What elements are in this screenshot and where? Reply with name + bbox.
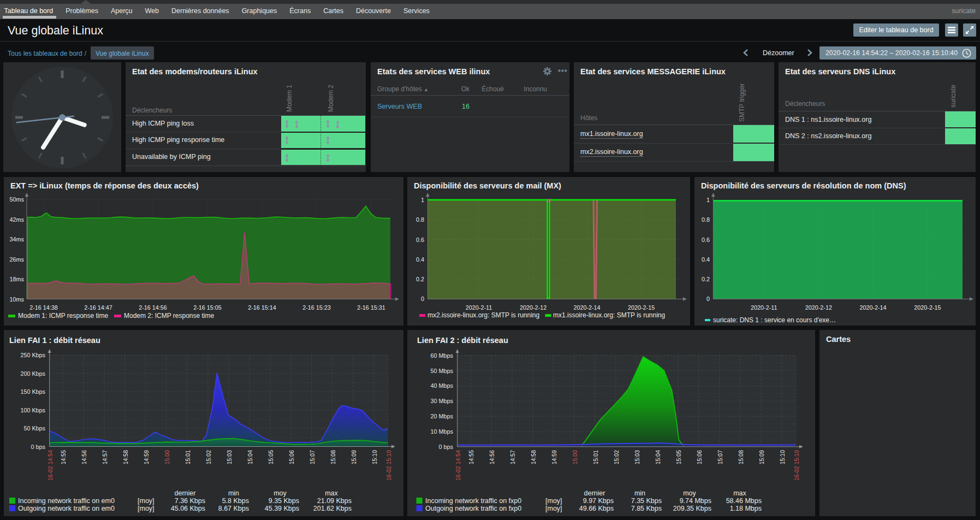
svg-text:42ms: 42ms	[10, 216, 25, 223]
svg-text:15:07: 15:07	[717, 450, 723, 464]
svg-text:0.4: 0.4	[416, 256, 424, 263]
svg-text:9.97 Kbps: 9.97 Kbps	[583, 497, 614, 505]
svg-text:16-02 15:10: 16-02 15:10	[793, 450, 800, 481]
svg-text:150 Kbps: 150 Kbps	[20, 388, 45, 395]
svg-text:15:03: 15:03	[634, 450, 640, 464]
svg-text:dernier: dernier	[175, 489, 196, 497]
svg-text:1.18 Mbps: 1.18 Mbps	[730, 505, 762, 512]
svg-text:10 Mbps: 10 Mbps	[431, 428, 454, 435]
svg-text:15:02: 15:02	[613, 450, 620, 464]
svg-text:15:01: 15:01	[185, 450, 191, 464]
svg-text:suricate: DNS 1 : service en c: suricate: DNS 1 : service en cours d'exe…	[713, 316, 836, 324]
svg-text:9.35 Kbps: 9.35 Kbps	[269, 497, 299, 505]
svg-text:58.46 Mbps: 58.46 Mbps	[726, 497, 762, 505]
svg-text:0 bps: 0 bps	[31, 444, 46, 450]
svg-text:16-02 14:54: 16-02 14:54	[47, 450, 54, 481]
svg-text:14:59: 14:59	[551, 450, 557, 464]
svg-text:14:56: 14:56	[81, 450, 87, 464]
svg-text:15:03: 15:03	[226, 450, 233, 464]
svg-text:0.6: 0.6	[416, 237, 424, 243]
svg-text:16-02 14:54: 16-02 14:54	[455, 450, 461, 481]
svg-text:2020-2-11: 2020-2-11	[466, 304, 492, 311]
svg-text:60 Mbps: 60 Mbps	[431, 352, 454, 359]
svg-text:Incoming network traffic on em: Incoming network traffic on em0	[18, 497, 115, 505]
svg-text:0.4: 0.4	[702, 256, 710, 263]
svg-text:15:04: 15:04	[655, 450, 661, 464]
svg-text:2020-2-11: 2020-2-11	[751, 304, 777, 311]
svg-text:15:06: 15:06	[696, 450, 703, 464]
svg-text:200 Kbps: 200 Kbps	[20, 370, 45, 377]
svg-text:15:08: 15:08	[330, 450, 336, 464]
svg-text:15:00: 15:00	[572, 450, 578, 464]
svg-text:14:58: 14:58	[122, 450, 129, 464]
svg-text:[moy]: [moy]	[138, 497, 155, 505]
svg-text:30 Mbps: 30 Mbps	[431, 398, 454, 404]
svg-text:0 bps: 0 bps	[439, 444, 454, 450]
svg-text:Lien FAI 1 : débit réseau: Lien FAI 1 : débit réseau	[9, 336, 100, 345]
svg-text:15:00: 15:00	[164, 450, 170, 464]
svg-text:2020-2-15: 2020-2-15	[628, 304, 655, 311]
svg-text:2-16 14:56: 2-16 14:56	[139, 304, 167, 311]
svg-text:7.85 Kbps: 7.85 Kbps	[631, 505, 662, 512]
svg-text:15:09: 15:09	[758, 450, 765, 464]
svg-text:26ms: 26ms	[10, 256, 25, 263]
svg-text:Lien FAI 2 : débit réseau: Lien FAI 2 : débit réseau	[417, 336, 508, 345]
svg-text:[moy]: [moy]	[545, 505, 562, 512]
svg-text:0.2: 0.2	[416, 276, 424, 282]
svg-text:100 Kbps: 100 Kbps	[20, 407, 45, 413]
svg-text:15:08: 15:08	[738, 450, 744, 464]
svg-text:2020-2-14: 2020-2-14	[573, 304, 600, 311]
svg-text:2-16 14:47: 2-16 14:47	[84, 304, 112, 311]
svg-text:50 Kbps: 50 Kbps	[23, 425, 45, 432]
svg-text:20 Mbps: 20 Mbps	[431, 413, 454, 419]
svg-text:201.62 Kbps: 201.62 Kbps	[313, 505, 352, 512]
svg-text:40 Mbps: 40 Mbps	[431, 382, 454, 389]
svg-text:[moy]: [moy]	[138, 505, 155, 512]
svg-text:2-16 15:14: 2-16 15:14	[248, 304, 276, 311]
svg-text:21.09 Kbps: 21.09 Kbps	[317, 497, 352, 505]
svg-text:2020-2-12: 2020-2-12	[520, 304, 547, 311]
svg-text:moy: moy	[274, 489, 287, 497]
svg-text:50 Mbps: 50 Mbps	[431, 368, 454, 374]
svg-text:14:57: 14:57	[102, 450, 108, 464]
svg-text:0: 0	[421, 296, 424, 302]
svg-text:15:05: 15:05	[268, 450, 274, 464]
svg-text:1: 1	[706, 197, 710, 203]
svg-text:Disponibilité des serveurs de: Disponibilité des serveurs de résolution…	[701, 181, 906, 190]
svg-text:mx1.issoire-linux.org: SMTP is: mx1.issoire-linux.org: SMTP is running	[553, 311, 665, 319]
svg-text:2-16 15:31: 2-16 15:31	[357, 304, 385, 311]
svg-text:15:10: 15:10	[779, 450, 786, 464]
svg-text:7.35 Kbps: 7.35 Kbps	[631, 497, 662, 505]
svg-text:min: min	[634, 489, 645, 497]
svg-text:EXT => iLinux (temps de répons: EXT => iLinux (temps de réponse des deux…	[10, 181, 199, 190]
svg-text:209.35 Kbps: 209.35 Kbps	[673, 505, 711, 512]
svg-text:16-02 15:10: 16-02 15:10	[385, 450, 392, 481]
svg-text:max: max	[733, 489, 746, 497]
svg-text:dernier: dernier	[584, 489, 605, 497]
svg-text:2020-2-15: 2020-2-15	[914, 304, 941, 311]
svg-text:45.06 Kbps: 45.06 Kbps	[171, 505, 205, 512]
svg-text:8.67 Kbps: 8.67 Kbps	[218, 505, 249, 512]
svg-text:15:09: 15:09	[351, 450, 357, 464]
svg-text:10ms: 10ms	[10, 296, 25, 303]
svg-text:Disponibilité des serveurs de: Disponibilité des serveurs de mail (MX)	[414, 181, 561, 190]
svg-text:9.74 Mbps: 9.74 Mbps	[680, 497, 711, 505]
svg-text:15:10: 15:10	[371, 450, 378, 464]
svg-text:15:01: 15:01	[592, 450, 599, 464]
svg-text:min: min	[228, 489, 239, 497]
svg-text:5.8 Kbps: 5.8 Kbps	[222, 497, 249, 505]
svg-text:0.8: 0.8	[416, 216, 424, 223]
svg-text:Modem 2: ICMP response time: Modem 2: ICMP response time	[124, 312, 215, 320]
svg-text:2-16 14:38: 2-16 14:38	[29, 304, 58, 311]
svg-text:7.36 Kbps: 7.36 Kbps	[175, 497, 205, 505]
svg-text:14:55: 14:55	[60, 450, 67, 464]
svg-text:[moy]: [moy]	[545, 497, 562, 505]
svg-text:15:02: 15:02	[205, 450, 212, 464]
svg-text:14:57: 14:57	[509, 450, 516, 464]
svg-text:34ms: 34ms	[10, 236, 25, 243]
svg-text:Outgoing network traffic on em: Outgoing network traffic on em0	[18, 505, 115, 512]
svg-text:2-16 15:23: 2-16 15:23	[302, 304, 331, 311]
svg-text:250 Kbps: 250 Kbps	[20, 352, 45, 358]
svg-text:Incoming network traffic on fx: Incoming network traffic on fxp0	[425, 497, 521, 505]
svg-text:18ms: 18ms	[10, 276, 25, 282]
